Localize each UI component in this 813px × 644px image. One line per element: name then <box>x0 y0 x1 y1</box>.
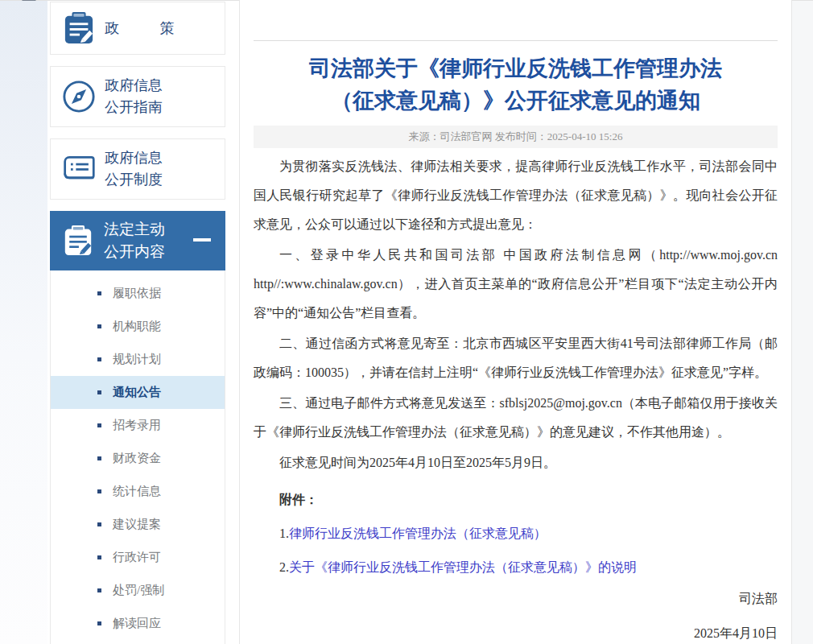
bullet-icon <box>97 390 101 394</box>
signature-date: 2025年4月10日 <box>254 619 778 644</box>
sidebar-item-planning[interactable]: 规划计划 <box>51 343 225 376</box>
bullet-icon <box>97 555 101 559</box>
sidebar-item-penalties[interactable]: 处罚/强制 <box>51 574 225 607</box>
bullet-icon <box>97 324 101 328</box>
sidebar-card-disclosure-system-label: 政府信息 公开制度 <box>105 147 163 191</box>
sidebar-item-fiscal-funds[interactable]: 财政资金 <box>51 442 225 475</box>
attachment-item-1: 1.律师行业反洗钱工作管理办法（征求意见稿） <box>254 519 778 548</box>
sidebar-menu: 履职依据 机构职能 规划计划 通知公告 招考录用 财政资金 <box>50 270 225 644</box>
sidebar-item-statistics[interactable]: 统计信息 <box>51 475 225 508</box>
sidebar-item-notices[interactable]: 通知公告 <box>51 376 225 409</box>
clipboard-icon <box>62 11 96 45</box>
sidebar-item-interpretation[interactable]: 解读回应 <box>51 607 225 640</box>
bullet-icon <box>97 522 101 526</box>
bullet-icon <box>97 489 101 493</box>
signature: 司法部 <box>254 584 778 613</box>
article-top-divider <box>254 40 778 41</box>
sidebar-item-admin-licensing[interactable]: 行政许可 <box>51 541 225 574</box>
bullet-icon <box>97 423 101 427</box>
page-title: 司法部关于《律师行业反洗钱工作管理办法 （征求意见稿）》公开征求意见的通知 <box>254 52 778 117</box>
book-icon <box>62 153 96 185</box>
attachment-2-link[interactable]: 关于《律师行业反洗钱工作管理办法（征求意见稿）》的说明 <box>289 560 637 574</box>
bullet-icon <box>97 456 101 460</box>
article-panel: 司法部关于《律师行业反洗钱工作管理办法 （征求意见稿）》公开征求意见的通知 来源… <box>239 0 792 644</box>
article-meta: 来源：司法部官网 发布时间：2025-04-10 15:26 <box>254 126 778 148</box>
sidebar: 政 策 政府信息 公开指南 <box>50 2 225 644</box>
bullet-icon <box>97 357 101 361</box>
sidebar-section-active-disclosure[interactable]: 法定主动 公开内容 <box>50 211 225 270</box>
attachment-1-link[interactable]: 律师行业反洗钱工作管理办法（征求意见稿） <box>289 526 547 540</box>
right-background-strip <box>792 1 813 644</box>
paragraph-method-3: 三、通过电子邮件方式将意见发送至：sfblsj2025@moj.gov.cn（本… <box>254 389 778 447</box>
sidebar-card-policy[interactable]: 政 策 <box>50 2 225 55</box>
paragraph-deadline: 征求意见时间为2025年4月10日至2025年5月9日。 <box>254 448 778 477</box>
attachments-label: 附件： <box>254 485 778 514</box>
bullet-icon <box>97 588 101 592</box>
sidebar-item-org-functions[interactable]: 机构职能 <box>51 310 225 343</box>
minus-icon[interactable] <box>193 238 211 242</box>
clipboard-white-icon <box>61 225 95 257</box>
sidebar-card-policy-label: 政 策 <box>105 18 175 39</box>
attachment-item-2: 2.关于《律师行业反洗钱工作管理办法（征求意见稿）》的说明 <box>254 553 778 582</box>
article-body: 为贯彻落实反洗钱法、律师法相关要求，提高律师行业反洗钱工作水平，司法部会同中国人… <box>254 148 778 644</box>
sidebar-card-disclosure-guide[interactable]: 政府信息 公开指南 <box>50 66 225 127</box>
left-background-strip <box>0 1 47 644</box>
sidebar-item-recruitment[interactable]: 招考录用 <box>51 409 225 442</box>
compass-icon <box>62 79 96 114</box>
sidebar-section-label: 法定主动 公开内容 <box>104 218 165 263</box>
bullet-icon <box>97 291 101 295</box>
sidebar-card-disclosure-guide-label: 政府信息 公开指南 <box>105 75 163 118</box>
sidebar-item-performance-basis[interactable]: 履职依据 <box>51 277 225 310</box>
paragraph-intro: 为贯彻落实反洗钱法、律师法相关要求，提高律师行业反洗钱工作水平，司法部会同中国人… <box>254 152 778 239</box>
sidebar-item-proposals[interactable]: 建议提案 <box>51 508 225 541</box>
page: 政 策 政府信息 公开指南 <box>0 0 813 644</box>
sidebar-card-disclosure-system[interactable]: 政府信息 公开制度 <box>50 138 225 200</box>
bullet-icon <box>97 621 101 625</box>
paragraph-method-1: 一、登录中华人民共和国司法部 中国政府法制信息网（http://www.moj.… <box>254 241 778 328</box>
paragraph-method-2: 二、通过信函方式将意见寄至：北京市西城区平安里西大街41号司法部律师工作局（邮政… <box>254 329 778 387</box>
